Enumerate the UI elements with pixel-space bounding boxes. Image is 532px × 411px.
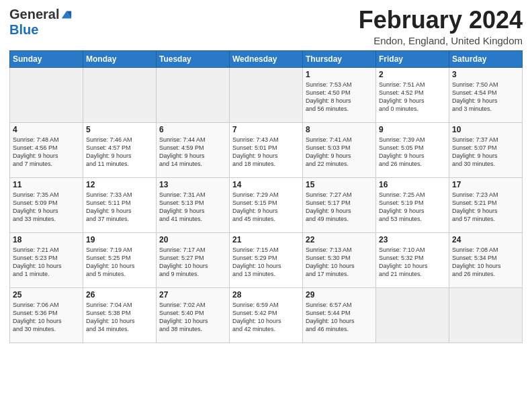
day-number: 5: [86, 125, 153, 134]
day-info: Sunrise: 7:33 AMSunset: 5:11 PMDaylight:…: [86, 191, 153, 224]
calendar-row-4: 18Sunrise: 7:21 AMSunset: 5:23 PMDayligh…: [10, 232, 523, 287]
calendar-cell: 24Sunrise: 7:08 AMSunset: 5:34 PMDayligh…: [449, 232, 523, 287]
calendar-cell: 22Sunrise: 7:13 AMSunset: 5:30 PMDayligh…: [303, 232, 376, 287]
day-info: Sunrise: 7:48 AMSunset: 4:56 PMDaylight:…: [13, 136, 80, 169]
col-sunday: Sunday: [10, 50, 83, 67]
day-number: 21: [232, 235, 300, 244]
logo-blue-text: Blue: [9, 22, 38, 38]
day-number: 15: [306, 180, 373, 189]
day-info: Sunrise: 7:37 AMSunset: 5:07 PMDaylight:…: [452, 136, 519, 169]
day-number: 14: [232, 180, 300, 189]
logo-icon: [60, 9, 73, 21]
calendar-cell: 16Sunrise: 7:25 AMSunset: 5:19 PMDayligh…: [376, 177, 449, 232]
day-info: Sunrise: 7:44 AMSunset: 4:59 PMDaylight:…: [159, 136, 226, 169]
day-number: 17: [452, 180, 519, 189]
day-info: Sunrise: 7:04 AMSunset: 5:38 PMDaylight:…: [86, 301, 153, 334]
calendar-row-3: 11Sunrise: 7:35 AMSunset: 5:09 PMDayligh…: [10, 177, 523, 232]
day-info: Sunrise: 7:10 AMSunset: 5:32 PMDaylight:…: [379, 246, 446, 279]
day-number: 20: [159, 235, 226, 244]
day-info: Sunrise: 7:13 AMSunset: 5:30 PMDaylight:…: [306, 246, 373, 279]
calendar-cell: 28Sunrise: 6:59 AMSunset: 5:42 PMDayligh…: [230, 287, 303, 342]
day-number: 11: [13, 180, 80, 189]
day-info: Sunrise: 7:27 AMSunset: 5:17 PMDaylight:…: [306, 191, 373, 224]
day-number: 18: [13, 235, 80, 244]
calendar-cell: 10Sunrise: 7:37 AMSunset: 5:07 PMDayligh…: [449, 122, 523, 177]
calendar-cell: [230, 67, 303, 122]
title-area: February 2024 Endon, England, United Kin…: [359, 7, 523, 46]
calendar-cell: 17Sunrise: 7:23 AMSunset: 5:21 PMDayligh…: [449, 177, 523, 232]
day-number: 12: [86, 180, 153, 189]
logo: General Blue: [9, 7, 73, 38]
calendar-cell: 26Sunrise: 7:04 AMSunset: 5:38 PMDayligh…: [83, 287, 157, 342]
day-number: 24: [452, 235, 519, 244]
day-info: Sunrise: 7:51 AMSunset: 4:52 PMDaylight:…: [379, 81, 446, 113]
day-info: Sunrise: 7:25 AMSunset: 5:19 PMDaylight:…: [379, 191, 446, 224]
calendar-cell: 14Sunrise: 7:29 AMSunset: 5:15 PMDayligh…: [230, 177, 303, 232]
day-number: 29: [306, 290, 373, 300]
location-title: Endon, England, United Kingdom: [359, 35, 523, 46]
calendar-cell: 1Sunrise: 7:53 AMSunset: 4:50 PMDaylight…: [303, 67, 376, 122]
calendar-cell: 19Sunrise: 7:19 AMSunset: 5:25 PMDayligh…: [83, 232, 157, 287]
calendar-cell: 3Sunrise: 7:50 AMSunset: 4:54 PMDaylight…: [449, 67, 523, 122]
day-info: Sunrise: 6:57 AMSunset: 5:44 PMDaylight:…: [306, 301, 373, 334]
calendar-cell: 29Sunrise: 6:57 AMSunset: 5:44 PMDayligh…: [303, 287, 376, 342]
calendar-cell: 9Sunrise: 7:39 AMSunset: 5:05 PMDaylight…: [376, 122, 449, 177]
header-row: Sunday Monday Tuesday Wednesday Thursday…: [10, 50, 523, 67]
day-info: Sunrise: 7:21 AMSunset: 5:23 PMDaylight:…: [13, 246, 80, 279]
day-info: Sunrise: 7:15 AMSunset: 5:29 PMDaylight:…: [232, 246, 300, 279]
col-wednesday: Wednesday: [230, 50, 303, 67]
calendar-cell: [157, 67, 230, 122]
col-thursday: Thursday: [303, 50, 376, 67]
day-number: 27: [159, 290, 226, 300]
calendar-cell: 5Sunrise: 7:46 AMSunset: 4:57 PMDaylight…: [83, 122, 157, 177]
col-monday: Monday: [83, 50, 157, 67]
day-info: Sunrise: 7:02 AMSunset: 5:40 PMDaylight:…: [159, 301, 226, 334]
calendar-row-5: 25Sunrise: 7:06 AMSunset: 5:36 PMDayligh…: [10, 287, 523, 342]
col-tuesday: Tuesday: [157, 50, 230, 67]
day-number: 10: [452, 125, 519, 134]
calendar-cell: 25Sunrise: 7:06 AMSunset: 5:36 PMDayligh…: [10, 287, 83, 342]
day-number: 16: [379, 180, 446, 189]
calendar-cell: [449, 287, 523, 342]
day-info: Sunrise: 7:19 AMSunset: 5:25 PMDaylight:…: [86, 246, 153, 279]
day-info: Sunrise: 7:29 AMSunset: 5:15 PMDaylight:…: [232, 191, 300, 224]
col-saturday: Saturday: [449, 50, 523, 67]
calendar-container: General Blue February 2024 Endon, Englan…: [0, 0, 532, 347]
calendar-cell: 18Sunrise: 7:21 AMSunset: 5:23 PMDayligh…: [10, 232, 83, 287]
day-number: 8: [306, 125, 373, 134]
logo-general-text: General: [9, 7, 59, 22]
month-title: February 2024: [359, 7, 523, 34]
calendar-cell: 21Sunrise: 7:15 AMSunset: 5:29 PMDayligh…: [230, 232, 303, 287]
day-number: 28: [232, 290, 300, 300]
calendar-cell: 7Sunrise: 7:43 AMSunset: 5:01 PMDaylight…: [230, 122, 303, 177]
calendar-cell: [10, 67, 83, 122]
calendar-cell: 15Sunrise: 7:27 AMSunset: 5:17 PMDayligh…: [303, 177, 376, 232]
day-number: 26: [86, 290, 153, 300]
day-number: 25: [13, 290, 80, 300]
calendar-row-2: 4Sunrise: 7:48 AMSunset: 4:56 PMDaylight…: [10, 122, 523, 177]
day-info: Sunrise: 7:39 AMSunset: 5:05 PMDaylight:…: [379, 136, 446, 169]
calendar-cell: [83, 67, 157, 122]
calendar-cell: 12Sunrise: 7:33 AMSunset: 5:11 PMDayligh…: [83, 177, 157, 232]
day-number: 19: [86, 235, 153, 244]
day-info: Sunrise: 7:46 AMSunset: 4:57 PMDaylight:…: [86, 136, 153, 169]
day-info: Sunrise: 7:41 AMSunset: 5:03 PMDaylight:…: [306, 136, 373, 169]
calendar-cell: 23Sunrise: 7:10 AMSunset: 5:32 PMDayligh…: [376, 232, 449, 287]
day-number: 9: [379, 125, 446, 134]
day-info: Sunrise: 7:06 AMSunset: 5:36 PMDaylight:…: [13, 301, 80, 334]
day-info: Sunrise: 7:08 AMSunset: 5:34 PMDaylight:…: [452, 246, 519, 279]
day-number: 2: [379, 70, 446, 79]
calendar-cell: 27Sunrise: 7:02 AMSunset: 5:40 PMDayligh…: [157, 287, 230, 342]
day-info: Sunrise: 7:17 AMSunset: 5:27 PMDaylight:…: [159, 246, 226, 279]
day-number: 23: [379, 235, 446, 244]
calendar-cell: 8Sunrise: 7:41 AMSunset: 5:03 PMDaylight…: [303, 122, 376, 177]
col-friday: Friday: [376, 50, 449, 67]
day-number: 6: [159, 125, 226, 134]
calendar-cell: 20Sunrise: 7:17 AMSunset: 5:27 PMDayligh…: [157, 232, 230, 287]
day-info: Sunrise: 6:59 AMSunset: 5:42 PMDaylight:…: [232, 301, 300, 334]
calendar-cell: 4Sunrise: 7:48 AMSunset: 4:56 PMDaylight…: [10, 122, 83, 177]
day-number: 4: [13, 125, 80, 134]
day-number: 13: [159, 180, 226, 189]
day-info: Sunrise: 7:50 AMSunset: 4:54 PMDaylight:…: [452, 81, 519, 113]
calendar-body: 1Sunrise: 7:53 AMSunset: 4:50 PMDaylight…: [10, 67, 523, 342]
